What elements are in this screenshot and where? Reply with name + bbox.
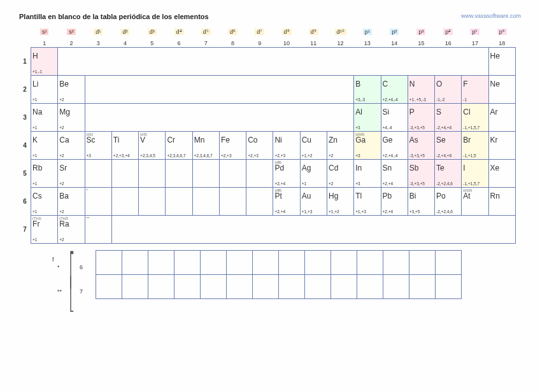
element-cell: Pb+2,+4 [381, 187, 408, 215]
element-cell: Fe+2,+3 [219, 131, 246, 159]
element-cell: (7s2)Ra+2 [58, 215, 85, 243]
fblock-cell [357, 250, 383, 274]
orbital-label: d⁷ [255, 29, 264, 35]
orbital-label: d³ [148, 29, 157, 35]
fblock-cell [96, 250, 122, 274]
element-cell: (d8)Pt+2,+4 [273, 187, 300, 215]
period-row: 3 Na+1 Mg+2 Al+3 Si+4,-4 P-3,+3,+5 S-2,+… [19, 103, 516, 131]
group-label: 14 [381, 36, 408, 47]
group-label: 17 [462, 36, 488, 47]
element-cell: Cs+1 [31, 187, 58, 215]
element-cell: B+3,-3 [354, 75, 381, 103]
fblock-cell [253, 274, 279, 298]
element-cell: Bi+3,+5 [408, 187, 434, 215]
element-cell [166, 187, 192, 215]
fblock-cell [331, 274, 357, 298]
period-row: 6 Cs+1 Ba+2 * (d8)Pt+2,+4 Au+1,+3 Hg+1,+… [19, 187, 516, 215]
element-cell [111, 187, 138, 215]
element-cell: Ar [488, 103, 515, 131]
period-row: 2 Li+1 Be+2 B+3,-3 C+2,+4,-4 N+1..+5,-3 … [19, 75, 516, 103]
element-cell: Br-1,+1,5 [462, 131, 488, 159]
period-row: 7 (7s1)Fr+1 (7s2)Ra+2 ** [19, 215, 516, 243]
element-cell: (d3)V+2,3,4,5 [139, 131, 166, 159]
element-cell: Sr+2 [58, 159, 85, 187]
group-label: 2 [58, 36, 85, 47]
fblock-cell [357, 274, 383, 298]
fblock-cell [201, 274, 227, 298]
fblock-cell [201, 250, 227, 274]
fblock-cell [279, 274, 305, 298]
orbital-label: d⁴ [174, 29, 184, 35]
fblock-cell [122, 274, 148, 298]
orbital-label: d⁹ [309, 29, 318, 35]
orbital-label: d⁵ [201, 29, 211, 35]
element-cell [192, 187, 219, 215]
group-label: 6 [166, 36, 192, 47]
period-row: 4 K+1 Ca+2 (d1)Sc+3 Ti+2,+3,+4 (d3)V+2,3… [19, 131, 516, 159]
fblock-cell [253, 250, 279, 274]
element-cell: He [488, 47, 515, 75]
source-url: www.vaxasoftware.com [461, 13, 521, 19]
element-cell: S-2,+4,+6 [435, 103, 462, 131]
period-label: 4 [19, 131, 31, 159]
element-cell: Rn [488, 187, 515, 215]
element-cell: Li+1 [31, 75, 58, 103]
period-row: 5 Rb+1 Sr+2 (d8)Pd+2,+4 Ag+1 Cd+2 In+3 S… [19, 159, 516, 187]
group-label: 10 [273, 36, 300, 47]
element-cell: Zn+2 [327, 131, 353, 159]
element-cell: Ba+2 [58, 187, 85, 215]
fblock-cell [383, 250, 409, 274]
group-label: 5 [139, 36, 166, 47]
element-cell [246, 187, 273, 215]
fblock-cell [174, 250, 201, 274]
element-cell: Cu+1,+2 [300, 131, 327, 159]
fblock-cell [174, 274, 201, 298]
period-label: 3 [19, 103, 31, 131]
element-cell: Cl-1,+1,5,7 [462, 103, 488, 131]
element-cell: N+1..+5,-3 [408, 75, 434, 103]
orbital-label: p⁶ [497, 29, 507, 35]
lanth-period: 6 [80, 264, 83, 270]
element-cell: P-3,+3,+5 [408, 103, 434, 131]
orbital-label: d¹ [94, 29, 103, 35]
element-cell [111, 159, 138, 187]
periodic-table-wrap: s¹ s² d¹ d² d³ d⁴ d⁵ d⁶ d⁷ d⁸ d⁹ d¹⁰ p¹ … [19, 24, 521, 299]
fblock-cell [227, 274, 253, 298]
fblock-cell [409, 274, 436, 298]
element-cell [246, 159, 273, 187]
element-cell: Cd+2 [327, 159, 353, 187]
element-cell: Sb-3,+3,+5 [408, 159, 434, 187]
element-cell [85, 159, 111, 187]
act-period: 7 [80, 288, 83, 295]
fblock-cell [436, 250, 462, 274]
group-label: 11 [300, 36, 327, 47]
element-cell: Be+2 [58, 75, 85, 103]
orbital-label: p⁴ [443, 29, 453, 35]
element-cell: Rb+1 [31, 159, 58, 187]
element-cell: Ti+2,+3,+4 [111, 131, 138, 159]
element-cell: (7s1)Fr+1 [31, 215, 58, 243]
bracket-icon: ⎣ [69, 277, 75, 312]
element-cell: Se-2,+4,+6 [435, 131, 462, 159]
act-star: ** [57, 288, 62, 295]
page-title: Plantilla en blanco de la tabla periódic… [19, 13, 521, 20]
element-cell: K+1 [31, 131, 58, 159]
fblock-cell [436, 274, 462, 298]
element-cell [219, 187, 246, 215]
element-cell: Ag+1 [300, 159, 327, 187]
element-cell: Cr+2,3,4,6,7 [166, 131, 192, 159]
orbital-label: p² [390, 29, 399, 35]
group-label: 18 [488, 36, 515, 47]
element-cell: Xe [488, 159, 515, 187]
element-cell [139, 159, 166, 187]
period-label: 6 [19, 187, 31, 215]
group-label: 12 [327, 36, 353, 47]
orbital-label: d² [120, 29, 129, 35]
orbital-label: p⁵ [470, 29, 480, 35]
element-cell [192, 159, 219, 187]
period-label: 1 [19, 47, 31, 75]
element-cell: Tl+1,+3 [354, 187, 381, 215]
element-cell: Mg+2 [58, 103, 85, 131]
orbital-label: d⁸ [282, 29, 292, 35]
element-cell: Po-2,+2,4,6 [435, 187, 462, 215]
